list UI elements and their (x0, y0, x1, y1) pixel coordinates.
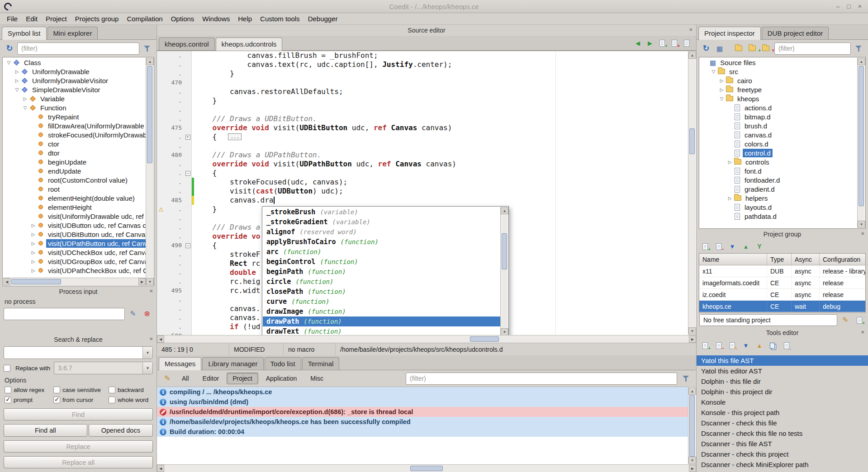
menu-windows[interactable]: Windows (198, 14, 234, 24)
project-row[interactable]: imageformats.coeditCEasyncrelease (699, 277, 865, 289)
expander-icon[interactable]: ▷ (29, 223, 37, 228)
scroll-right-button[interactable]: ▶ (689, 465, 696, 472)
tool-item[interactable]: Dscanner - check MiniExplorer path (697, 459, 868, 470)
messages-scrollbar[interactable]: ▲▼ (688, 387, 696, 464)
file-tree-item[interactable]: actions.d (700, 103, 857, 112)
tool-item[interactable]: Dscanner - this file AST (697, 439, 868, 449)
filter-application-button[interactable]: Application (260, 373, 303, 384)
filter-all-button[interactable]: All (176, 373, 195, 384)
tool-item[interactable]: Konsole (697, 397, 868, 407)
completion-item[interactable]: drawText(function) (263, 326, 500, 335)
doc-remove-button[interactable]: − (713, 340, 725, 351)
tool-item[interactable]: Dscanner - check this project (697, 449, 868, 459)
scroll-left-button[interactable]: ◀ (157, 465, 164, 472)
symbol-tree-scrollbar[interactable]: ▲▼ (146, 58, 153, 285)
menu-file[interactable]: File (3, 14, 22, 24)
symbol-tree-item[interactable]: ▷Variable (3, 94, 146, 103)
doc-close-button[interactable]: × (669, 38, 679, 48)
code-text[interactable]: canvas. (194, 304, 261, 313)
send-input-button[interactable]: ✎ (127, 308, 139, 320)
whole-word-checkbox[interactable] (109, 396, 115, 403)
message-row[interactable]: iBuild duration: 00:00:04 (157, 427, 688, 437)
code-text[interactable]: canvas.fillBrush = _brushFont; (194, 51, 378, 60)
scroll-up-button[interactable]: ▲ (688, 387, 696, 395)
code-text[interactable] (194, 214, 195, 223)
file-tree-item[interactable]: gradient.d (700, 184, 857, 194)
code-text[interactable]: override void visit(UDBitButton udc, ref… (194, 123, 452, 132)
file-tree-item[interactable]: ▷cairo (700, 76, 857, 85)
scrollbar-thumb[interactable] (859, 66, 864, 206)
tab-symbol-list[interactable]: Symbol list (2, 27, 47, 40)
symbol-tree-item[interactable]: strokeFocused(UniformlyDrawable (3, 130, 146, 139)
code-text[interactable]: strokeFocused(udc, canvas); (194, 178, 347, 187)
file-tree-item[interactable]: ▽src (700, 67, 857, 76)
completion-item[interactable]: closePath(function) (263, 287, 500, 297)
project-row[interactable]: x11DUBasyncrelease - library (699, 265, 865, 277)
tab-project-inspector[interactable]: Project inspector (698, 27, 761, 40)
fold-toggle-icon[interactable]: − (185, 243, 190, 248)
project-row[interactable]: iz.coeditCEasyncrelease (699, 289, 865, 301)
code-text[interactable]: } (194, 205, 217, 214)
expander-icon[interactable]: ▷ (29, 268, 37, 273)
copy-button[interactable] (767, 340, 779, 351)
tool-item[interactable]: Dolphin - this file dir (697, 376, 868, 387)
grid-button[interactable]: ▦ (714, 42, 726, 54)
file-tree-item[interactable]: colors.d (700, 139, 857, 148)
symbol-tree-item[interactable]: dtor (3, 148, 146, 157)
completion-item[interactable]: beginPath(function) (263, 267, 500, 277)
prompt-checkbox[interactable] (5, 396, 11, 403)
code-text[interactable] (194, 142, 195, 151)
message-filter-input[interactable] (406, 373, 677, 385)
fold-toggle-icon[interactable]: − (185, 171, 190, 176)
symbol-tree-item[interactable]: elementHeight(double value) (3, 194, 146, 203)
doc-edit-button[interactable]: ✎ (726, 340, 738, 351)
code-text[interactable]: { (194, 241, 217, 250)
symbol-tree-hscrollbar[interactable]: ◀▶ (3, 278, 146, 285)
tool-item[interactable]: Dolphin - this project dir (697, 387, 868, 397)
column-header[interactable]: Name (699, 254, 767, 265)
file-tree-item[interactable]: ▦Source files (700, 58, 857, 67)
code-text[interactable]: rc.heig (194, 277, 261, 286)
file-tree-item[interactable]: brush.d (700, 121, 857, 130)
file-tree-item[interactable]: bitmap.d (700, 112, 857, 121)
code-text[interactable]: if (!ud (194, 322, 261, 331)
message-funnel-button[interactable] (680, 373, 692, 384)
move-up-button[interactable]: ▲ (740, 241, 752, 252)
chevron-down-icon[interactable]: ▾ (142, 347, 152, 359)
doc-add-button[interactable]: + (699, 340, 711, 351)
tool-item[interactable]: Dscanner - check this file no tests (697, 428, 868, 439)
scrollbar-thumb[interactable] (470, 336, 499, 342)
menu-custom-tools[interactable]: Custom tools (256, 14, 304, 24)
symbol-tree-item[interactable]: ▷visit(UDBitButton udc, ref Canvas ca (3, 230, 146, 239)
close-icon[interactable]: × (149, 288, 153, 294)
code-text[interactable]: rc.widt (194, 286, 261, 295)
scrollbar-thumb[interactable] (689, 128, 695, 154)
fold-toggle-icon[interactable]: + (185, 135, 190, 140)
tool-item[interactable]: Yatol this file AST (697, 355, 868, 366)
symbol-tree-item[interactable]: ▷UniformlyDrawableVisitor (3, 76, 146, 85)
expander-icon[interactable]: ▽ (13, 87, 21, 92)
filter-project-button[interactable]: Project (227, 373, 258, 384)
project-filter-input[interactable] (774, 42, 851, 55)
completion-item[interactable]: applyBrushToCairo(function) (263, 237, 500, 247)
menu-compilation[interactable]: Compilation (123, 14, 166, 24)
scrollbar-thumb[interactable] (410, 466, 443, 471)
symbol-tree-item[interactable]: ▷visit(UDPathButton udc, ref Canvas (3, 239, 146, 248)
expander-icon[interactable]: ▷ (13, 69, 21, 74)
maximize-button[interactable]: □ (847, 3, 850, 10)
scroll-down-button[interactable]: ▼ (146, 278, 154, 285)
code-text[interactable]: canvas.restoreAllDefaults; (194, 87, 343, 96)
code-text[interactable]: { (194, 169, 217, 178)
allow-regex-checkbox[interactable] (5, 387, 11, 393)
minimize-button[interactable]: – (836, 3, 840, 10)
doc-add-button[interactable]: + (657, 38, 667, 48)
symbol-tree-item[interactable]: root (3, 184, 146, 194)
menu-debugger[interactable]: Debugger (304, 14, 342, 24)
file-tree-item[interactable]: control.d (700, 148, 857, 157)
scroll-left-button[interactable]: ◀ (157, 335, 164, 343)
expander-icon[interactable]: ▷ (718, 78, 726, 83)
code-text[interactable] (194, 78, 195, 87)
menu-projects-group[interactable]: Projects group (71, 14, 123, 24)
scroll-up-button[interactable]: ▲ (146, 58, 154, 65)
symbol-tree-item[interactable]: ctor (3, 139, 146, 148)
